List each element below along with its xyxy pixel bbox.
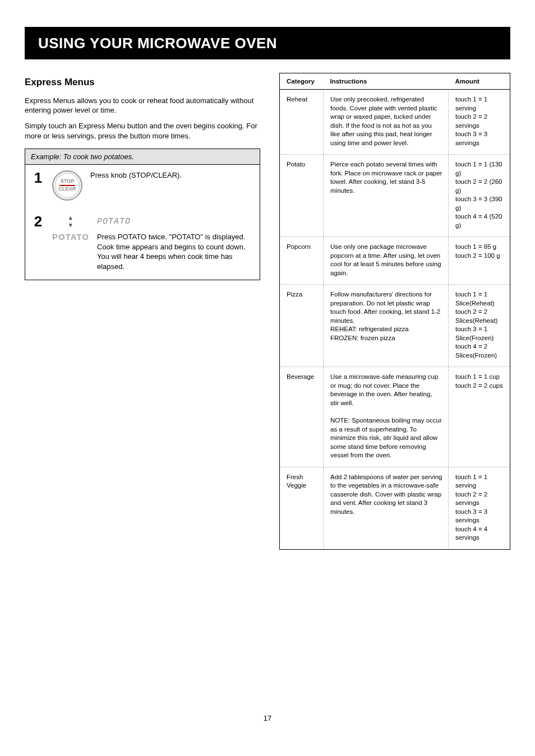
step-2-text: Press POTATO twice. "POTATO" is displaye…: [97, 232, 253, 271]
cell-category: Potato: [280, 155, 324, 237]
cell-amount: touch 1 = 1 Slice(Reheat) touch 2 = 2 Sl…: [449, 285, 510, 367]
cell-amount: touch 1 = 1 (130 g) touch 2 = 2 (260 g) …: [449, 155, 510, 237]
express-menus-table: Category Instructions Amount ReheatUse o…: [279, 73, 510, 550]
col-instructions: Instructions: [324, 73, 449, 90]
section-header: USING YOUR MICROWAVE OVEN: [25, 27, 510, 59]
potato-button-icon: ▴▾ POTATO: [52, 214, 89, 242]
intro-paragraph-2: Simply touch an Express Menu button and …: [25, 121, 260, 141]
example-step-1: 1 STOP CLEAR Press knob (STOP/CLEAR).: [25, 165, 260, 208]
table-row: Fresh VeggieAdd 2 tablespoons of water p…: [280, 467, 510, 549]
cell-amount: touch 1 = 1 serving touch 2 = 2 servings…: [449, 467, 510, 549]
table-row: PotatoPierce each potato several times w…: [280, 155, 510, 237]
potato-button-label: POTATO: [52, 232, 89, 242]
step-2-display: POTATO: [97, 216, 253, 228]
col-amount: Amount: [449, 73, 510, 90]
cell-instructions: Use a microwave-safe measuring cup or mu…: [324, 367, 449, 467]
step-number-2: 2: [32, 214, 44, 229]
cell-instructions: Pierce each potato several times with fo…: [324, 155, 449, 237]
cell-category: Fresh Veggie: [280, 467, 324, 549]
updown-arrow-icon: ▴▾: [69, 214, 73, 229]
express-menus-heading: Express Menus: [25, 76, 260, 89]
section-title: USING YOUR MICROWAVE OVEN: [38, 35, 277, 52]
cell-category: Popcorn: [280, 237, 324, 285]
cell-instructions: Use only one package microwave popcorn a…: [324, 237, 449, 285]
step-number-1: 1: [32, 170, 44, 185]
example-step-2: 2 ▴▾ POTATO POTATO Press POTATO twice. "…: [25, 208, 260, 279]
table-row: PopcornUse only one package microwave po…: [280, 237, 510, 285]
stop-clear-knob-icon: STOP CLEAR: [52, 170, 82, 201]
intro-paragraph-1: Express Menus allows you to cook or rehe…: [25, 96, 260, 115]
page-number: 17: [0, 714, 535, 722]
cell-instructions: Use only precooked, refrigerated foods. …: [324, 90, 449, 155]
cell-instructions: Add 2 tablespoons of water per serving t…: [324, 467, 449, 549]
step-1-text: Press knob (STOP/CLEAR).: [90, 170, 253, 180]
cell-amount: touch 1 = 1 serving touch 2 = 2 servings…: [449, 90, 510, 155]
cell-category: Beverage: [280, 367, 324, 467]
cell-amount: touch 1 = 85 g touch 2 = 100 g: [449, 237, 510, 285]
cell-instructions: Follow manufacturers' directions for pre…: [324, 285, 449, 367]
knob-label-stop: STOP: [61, 179, 74, 184]
cell-amount: touch 1 = 1 cup touch 2 = 2 cups: [449, 367, 510, 467]
col-category: Category: [280, 73, 324, 90]
example-steps-box: Example: To cook two potatoes. 1 STOP CL…: [25, 149, 260, 280]
table-row: PizzaFollow manufacturers' directions fo…: [280, 285, 510, 367]
cell-category: Pizza: [280, 285, 324, 367]
example-heading: Example: To cook two potatoes.: [25, 149, 260, 165]
cell-category: Reheat: [280, 90, 324, 155]
step-2-body: POTATO Press POTATO twice. "POTATO" is d…: [97, 214, 253, 271]
table-row: BeverageUse a microwave-safe measuring c…: [280, 367, 510, 467]
table-row: ReheatUse only precooked, refrigerated f…: [280, 90, 510, 155]
knob-label-clear: CLEAR: [59, 187, 76, 192]
